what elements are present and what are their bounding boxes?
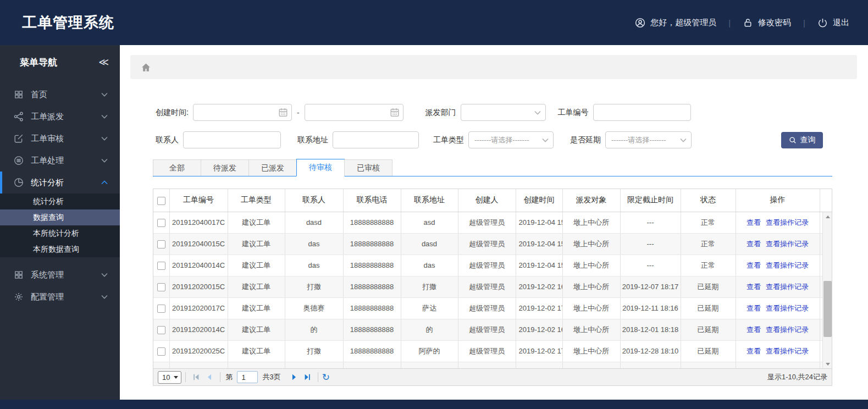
page-number-input[interactable] [237, 371, 258, 383]
cell-order-type: 建议工单 [228, 319, 285, 340]
sidebar: 菜单导航 ≪ 首页 工单派发 工单审核 [0, 45, 120, 400]
tab-all[interactable]: 全部 [153, 159, 201, 176]
cell-actions: 查看查看操作记录 [736, 233, 820, 255]
order-type-select[interactable]: -------请选择------- [468, 131, 554, 148]
search-button[interactable]: 查询 [781, 132, 823, 148]
cell-actions [736, 362, 820, 368]
calendar-icon[interactable] [278, 107, 288, 117]
row-checkbox[interactable] [157, 305, 165, 313]
sidebar-item-config[interactable]: 配置管理 [0, 286, 120, 308]
order-no-input[interactable] [593, 104, 691, 121]
view-operation-log-link[interactable]: 查看操作记录 [766, 347, 809, 355]
cell-deadline: 2019-12-11 18:16 [620, 297, 681, 319]
home-icon[interactable] [141, 62, 151, 73]
tab-dispatched[interactable]: 已派发 [248, 159, 297, 176]
sidebar-menu: 首页 工单派发 工单审核 工单处理 [0, 79, 120, 308]
view-operation-log-link[interactable]: 查看操作记录 [766, 218, 809, 226]
view-link[interactable]: 查看 [747, 261, 761, 269]
tab-pending-dispatch[interactable]: 待派发 [201, 159, 249, 176]
sidebar-item-home[interactable]: 首页 [0, 84, 120, 106]
first-page-icon [192, 373, 200, 381]
change-password-button[interactable]: 修改密码 [743, 18, 791, 28]
cell-order-no: 201912040014C [169, 255, 228, 276]
create-time-start-input[interactable] [193, 104, 292, 121]
cell-contact: das [285, 255, 343, 276]
row-checkbox-cell [153, 233, 169, 255]
filter-row-2: 联系人 联系地址 工单类型 -------请选择------- 是否延期 ---… [153, 131, 832, 148]
sidebar-item-review[interactable]: 工单审核 [0, 128, 120, 150]
cell-address: 阿萨的 [401, 340, 458, 362]
cell-status: 正常 [681, 255, 736, 276]
view-operation-log-link[interactable]: 查看操作记录 [766, 283, 809, 291]
first-page-button[interactable] [190, 371, 203, 383]
delay-select[interactable]: -------请选择------- [605, 131, 692, 148]
view-operation-log-link[interactable]: 查看操作记录 [766, 304, 809, 312]
cell-address: 萨达 [401, 297, 458, 319]
row-checkbox[interactable] [157, 347, 165, 356]
last-page-button[interactable] [301, 371, 314, 383]
row-checkbox[interactable] [157, 240, 165, 248]
cell-order-type: 建议工单 [228, 233, 285, 255]
create-time-end-input[interactable] [305, 104, 403, 121]
prev-page-button[interactable] [203, 371, 216, 383]
sidebar-subitem-statistics-analysis[interactable]: 统计分析 [0, 194, 120, 209]
view-link[interactable]: 查看 [747, 240, 761, 248]
row-checkbox[interactable] [157, 262, 165, 270]
sidebar-item-process[interactable]: 工单处理 [0, 150, 120, 172]
cell-actions: 查看查看操作记录 [736, 276, 820, 297]
cell-deadline [620, 362, 681, 368]
cell-actions: 查看查看操作记录 [736, 212, 820, 233]
user-greeting: 您好，超级管理员 [635, 18, 716, 28]
table-header-row: 工单编号 工单类型 联系人 联系电话 联系地址 创建人 创建时间 派发对象 限定… [153, 189, 832, 212]
row-checkbox[interactable] [157, 326, 165, 334]
sidebar-header: 菜单导航 ≪ [0, 45, 120, 79]
next-page-button[interactable] [288, 371, 301, 383]
scroll-down-button[interactable] [823, 360, 832, 368]
contact-input[interactable] [183, 131, 281, 148]
dispatch-dept-select[interactable] [461, 104, 546, 121]
view-operation-log-link[interactable]: 查看操作记录 [766, 261, 809, 269]
calendar-icon[interactable] [390, 107, 400, 117]
table-row: 201912040017C建议工单dasd18888888888asd超级管理员… [153, 212, 832, 233]
cell-contact [285, 362, 343, 368]
app-header: 工单管理系统 您好，超级管理员 | 修改密码 | 退出 [0, 0, 868, 45]
sidebar-subitem-local-statistics[interactable]: 本所统计分析 [0, 225, 120, 241]
cell-order-no: 201912040015C [169, 233, 228, 255]
sidebar-item-statistics[interactable]: 统计分析 [0, 172, 120, 194]
cell-order-no: 201912020015C [169, 276, 228, 297]
page: 工单管理系统 您好，超级管理员 | 修改密码 | 退出 菜单导航 ≪ [0, 0, 868, 409]
logout-button[interactable]: 退出 [817, 18, 849, 28]
row-checkbox[interactable] [157, 219, 165, 227]
row-checkbox[interactable] [157, 283, 165, 291]
contact-label: 联系人 [153, 135, 179, 145]
grid-icon [14, 90, 24, 100]
vertical-scrollbar[interactable] [822, 212, 832, 368]
chevron-down-icon [101, 92, 108, 97]
page-size-select[interactable]: 10 [158, 371, 181, 384]
view-operation-log-link[interactable]: 查看操作记录 [766, 240, 809, 248]
view-link[interactable]: 查看 [747, 218, 761, 226]
scrollbar-thumb[interactable] [823, 281, 832, 337]
table-row: 201912020015C建议工单打撒18888888888打撒超级管理员201… [153, 276, 832, 297]
view-link[interactable]: 查看 [747, 283, 761, 291]
scroll-up-button[interactable] [823, 212, 832, 221]
address-input[interactable] [333, 131, 419, 148]
cell-create-time: 2019-12-02 16 [516, 276, 562, 297]
total-pages-label: 共3页 [262, 372, 280, 382]
view-link[interactable]: 查看 [747, 325, 761, 334]
cell-phone: 18888888888 [343, 212, 401, 233]
refresh-button[interactable]: ↻ [322, 373, 330, 382]
sidebar-item-dispatch[interactable]: 工单派发 [0, 106, 120, 128]
tab-reviewed[interactable]: 已审核 [344, 159, 392, 176]
sidebar-collapse-button[interactable]: ≪ [98, 56, 109, 68]
cell-contact: dasd [285, 212, 343, 233]
sidebar-subitem-data-query[interactable]: 数据查询 [0, 209, 120, 225]
view-link[interactable]: 查看 [747, 304, 761, 312]
view-link[interactable]: 查看 [747, 347, 761, 355]
select-all-checkbox[interactable] [157, 197, 165, 205]
view-operation-log-link[interactable]: 查看操作记录 [766, 325, 809, 334]
sidebar-subitem-local-data-query[interactable]: 本所数据查询 [0, 241, 120, 257]
tab-pending-review[interactable]: 待审核 [296, 159, 345, 176]
sidebar-item-system[interactable]: 系统管理 [0, 264, 120, 286]
pagination-bar: 10 第 共3页 [153, 368, 832, 385]
